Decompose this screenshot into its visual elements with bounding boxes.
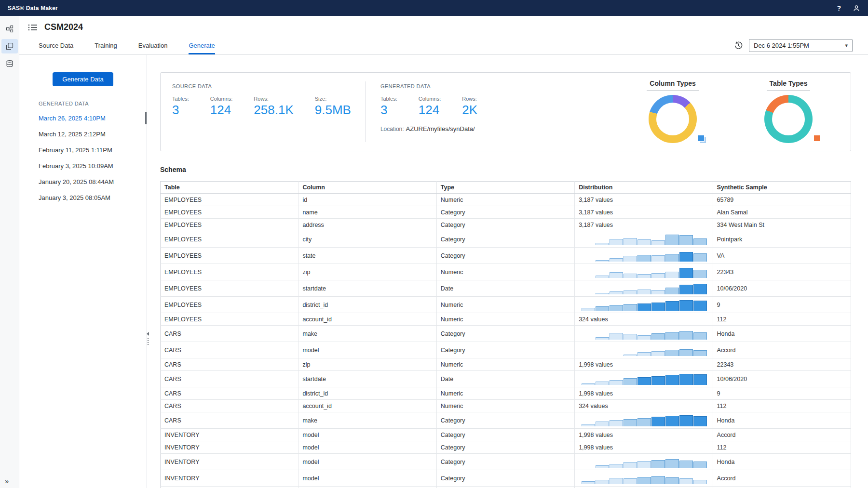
stat-value: 124: [210, 103, 232, 118]
summary-stat: Rows:258.1K: [254, 96, 293, 118]
snapshot-controls: Dec 6 2024 1:55PM ▾: [734, 37, 853, 54]
tab-bar: Source DataTrainingEvaluationGenerate De…: [19, 37, 868, 55]
histogram-bar: [637, 255, 651, 262]
histogram-bar: [665, 350, 679, 356]
generated-run-item[interactable]: March 12, 2025 2:12PM: [19, 126, 147, 142]
database-icon[interactable]: [1, 56, 18, 71]
histogram-bar: [665, 288, 679, 294]
cell-column: zip: [298, 358, 436, 371]
project-list-icon[interactable]: [28, 24, 38, 31]
account-icon[interactable]: [853, 4, 860, 12]
histogram-bar: [693, 374, 707, 385]
histogram-bar: [637, 239, 651, 245]
cell-type: Numeric: [436, 313, 574, 326]
panel-resize-handle[interactable]: [147, 332, 149, 345]
column-types-title: Column Types: [647, 79, 698, 91]
schema-column-header: Distribution: [575, 182, 713, 194]
tab-source-data[interactable]: Source Data: [39, 37, 73, 54]
cell-type: Category: [436, 470, 574, 487]
histogram-bar: [693, 253, 707, 262]
snapshot-select[interactable]: Dec 6 2024 1:55PM ▾: [749, 39, 853, 52]
histogram-bar: [624, 304, 637, 311]
page-title: CSM2024: [44, 22, 83, 32]
histogram-bar: [610, 380, 623, 385]
pipeline-icon[interactable]: [1, 22, 18, 36]
histogram-bar: [651, 290, 665, 294]
histogram-bar: [665, 332, 679, 340]
summary-stat: Rows:2K: [462, 96, 477, 118]
stat-value: 124: [419, 103, 441, 118]
cell-column: model: [298, 441, 436, 454]
tab-training[interactable]: Training: [95, 37, 117, 54]
table-row: EMPLOYEESzipNumeric22343: [161, 264, 851, 280]
summary-stat: Columns:124: [419, 96, 441, 118]
cell-type: Numeric: [436, 400, 574, 412]
generated-data-summary: GENERATED DATA Tables:3Columns:124Rows:2…: [380, 79, 477, 132]
generated-run-item[interactable]: January 20, 2025 08:44AM: [19, 174, 147, 190]
help-icon[interactable]: ?: [837, 4, 841, 12]
histogram-bar: [624, 238, 637, 245]
table-types-title: Table Types: [767, 79, 811, 91]
histogram-bar: [610, 258, 623, 262]
generated-run-item[interactable]: February 3, 2025 10:09AM: [19, 158, 147, 174]
histogram-bar: [693, 284, 707, 294]
stat-label: Columns:: [419, 96, 441, 102]
generated-run-item[interactable]: February 11, 2025 1:11PM: [19, 142, 147, 158]
histogram-bar: [610, 464, 623, 468]
histogram-bar: [651, 351, 665, 356]
cell-table: CARS: [161, 371, 298, 387]
histogram-bar: [596, 480, 609, 484]
histogram-bar: [624, 462, 637, 468]
cell-type: Category: [436, 231, 574, 248]
tab-generate[interactable]: Generate: [189, 37, 215, 54]
history-icon[interactable]: [734, 41, 743, 50]
distribution-histogram: [579, 250, 708, 262]
cell-column: startdate: [298, 371, 436, 387]
generated-data-section-label: GENERATED DATA: [39, 101, 147, 106]
generated-run-item[interactable]: January 3, 2025 08:05AM: [19, 190, 147, 206]
cell-table: INVENTORY: [161, 429, 298, 441]
schema-column-header: Type: [436, 182, 574, 194]
expand-sidebar-chevrons[interactable]: »: [5, 477, 9, 485]
histogram-bar: [582, 424, 595, 426]
histogram-bar: [610, 239, 623, 245]
cell-type: Numeric: [436, 264, 574, 280]
cell-distribution: [575, 326, 713, 342]
tab-evaluation[interactable]: Evaluation: [138, 37, 168, 54]
cell-type: Category: [436, 326, 574, 342]
source-data-title: SOURCE DATA: [172, 83, 351, 89]
cell-column: make: [298, 326, 436, 342]
column-types-chart: Column Types: [632, 79, 714, 143]
histogram-bar: [651, 333, 665, 340]
histogram-bar: [596, 422, 609, 426]
cell-distribution: 1,998 values: [575, 358, 713, 371]
cell-distribution: 3,187 values: [575, 194, 713, 206]
copies-icon[interactable]: [1, 39, 18, 53]
schema-header-row: TableColumnTypeDistributionSynthetic Sam…: [161, 182, 851, 194]
cell-table: EMPLOYEES: [161, 313, 298, 326]
distribution-histogram: [579, 328, 708, 340]
table-row: CARSdistrict_idNumeric1,998 values9: [161, 387, 851, 400]
histogram-bar: [679, 268, 693, 278]
cell-sample: 65789: [713, 194, 851, 206]
stat-label: Tables:: [380, 96, 397, 102]
cell-sample: VA: [713, 248, 851, 264]
histogram-bar: [651, 255, 665, 262]
table-row: INVENTORYmodelCategory1,998 valuesHonda: [161, 487, 851, 488]
generated-run-item[interactable]: March 26, 2025 4:10PM: [19, 110, 147, 126]
cell-table: EMPLOYEES: [161, 231, 298, 248]
histogram-bar: [693, 301, 707, 311]
table-row: EMPLOYEESdistrict_idNumeric9: [161, 297, 851, 313]
table-row: EMPLOYEESnameCategory3,187 valuesAlan Sa…: [161, 206, 851, 219]
histogram-bar: [596, 382, 609, 385]
cell-type: Category: [436, 429, 574, 441]
generate-data-button[interactable]: Generate Data: [53, 72, 113, 86]
cell-sample: 22343: [713, 264, 851, 280]
cell-distribution: [575, 454, 713, 470]
histogram-bar: [679, 478, 693, 484]
histogram-bar: [582, 481, 595, 484]
histogram-bar: [693, 416, 707, 426]
cell-type: Category: [436, 441, 574, 454]
cell-column: account_id: [298, 400, 436, 412]
cell-sample: Honda: [713, 454, 851, 470]
